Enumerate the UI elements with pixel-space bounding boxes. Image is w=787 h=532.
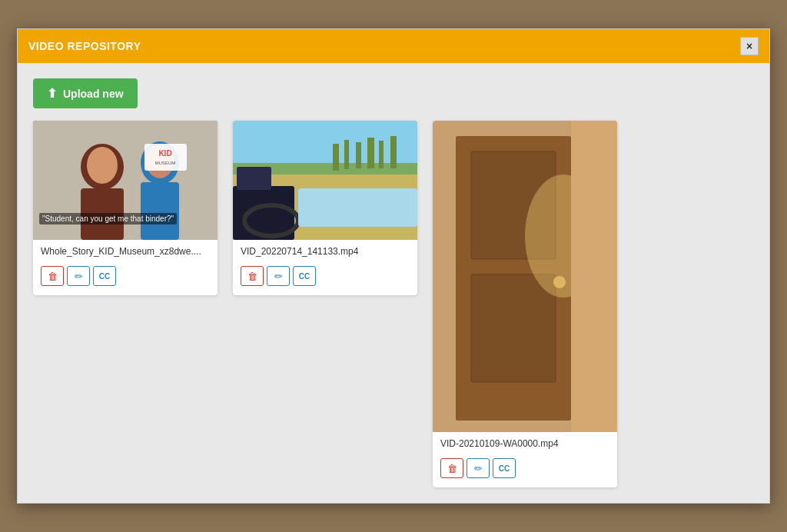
video-repository-modal: VIDEO REPOSITORY × ⬆ Upload new bbox=[17, 28, 770, 504]
cc-button-1[interactable]: CC bbox=[93, 266, 116, 286]
modal-header: VIDEO REPOSITORY × bbox=[18, 29, 769, 63]
video-actions-1: 🗑 ✏ CC bbox=[33, 266, 218, 286]
edit-button-1[interactable]: ✏ bbox=[67, 266, 90, 286]
cc-button-2[interactable]: CC bbox=[293, 266, 316, 286]
svg-rect-17 bbox=[390, 136, 397, 168]
upload-icon: ⬆ bbox=[47, 86, 57, 101]
video-card-1: KID MUSEUM "Student, can you get me that… bbox=[33, 121, 218, 295]
edit-button-2[interactable]: ✏ bbox=[267, 266, 290, 286]
edit-button-3[interactable]: ✏ bbox=[467, 458, 490, 478]
svg-rect-14 bbox=[356, 142, 361, 168]
video-card-2: VID_20220714_141133.mp4 🗑 ✏ CC bbox=[233, 121, 417, 295]
video-filename-3: VID-20210109-WA0000.mp4 bbox=[440, 438, 609, 449]
video-info-3: VID-20210109-WA0000.mp4 bbox=[433, 432, 617, 458]
delete-button-3[interactable]: 🗑 bbox=[440, 458, 463, 478]
video-grid: KID MUSEUM "Student, can you get me that… bbox=[33, 121, 754, 487]
video-thumbnail-2[interactable] bbox=[233, 121, 417, 240]
svg-rect-16 bbox=[379, 141, 384, 168]
toolbar: ⬆ Upload new bbox=[33, 78, 754, 108]
modal-body: ⬆ Upload new bbox=[18, 63, 769, 503]
svg-rect-5 bbox=[141, 182, 179, 240]
video-actions-3: 🗑 ✏ CC bbox=[433, 458, 617, 478]
upload-label: Upload new bbox=[63, 88, 124, 100]
video-info-2: VID_20220714_141133.mp4 bbox=[233, 240, 417, 266]
video-thumbnail-3[interactable] bbox=[433, 121, 617, 432]
svg-rect-26 bbox=[471, 274, 556, 382]
delete-button-2[interactable]: 🗑 bbox=[241, 266, 264, 286]
svg-point-3 bbox=[87, 147, 118, 184]
delete-button-1[interactable]: 🗑 bbox=[41, 266, 64, 286]
video-actions-2: 🗑 ✏ CC bbox=[233, 266, 417, 286]
svg-rect-13 bbox=[344, 140, 349, 169]
svg-text:KID: KID bbox=[158, 149, 171, 158]
svg-rect-12 bbox=[333, 144, 339, 171]
svg-rect-15 bbox=[367, 138, 374, 168]
cc-button-3[interactable]: CC bbox=[493, 458, 516, 478]
modal-title: VIDEO REPOSITORY bbox=[28, 40, 141, 52]
svg-rect-22 bbox=[298, 188, 417, 227]
upload-new-button[interactable]: ⬆ Upload new bbox=[33, 78, 138, 108]
video-thumbnail-1[interactable]: KID MUSEUM "Student, can you get me that… bbox=[33, 121, 218, 240]
video-filename-1: Whole_Story_KID_Museum_xz8dwe.... bbox=[41, 246, 210, 257]
close-button[interactable]: × bbox=[740, 37, 759, 55]
video-card-3: VID-20210109-WA0000.mp4 🗑 ✏ CC bbox=[433, 121, 617, 487]
svg-text:MUSEUM: MUSEUM bbox=[155, 161, 176, 165]
video-info-1: Whole_Story_KID_Museum_xz8dwe.... bbox=[33, 240, 218, 266]
video-thumb-caption-1: "Student, can you get me that binder?" bbox=[39, 213, 177, 224]
svg-rect-20 bbox=[237, 167, 271, 190]
video-filename-2: VID_20220714_141133.mp4 bbox=[241, 246, 410, 257]
svg-rect-29 bbox=[571, 121, 617, 432]
modal-overlay: VIDEO REPOSITORY × ⬆ Upload new bbox=[0, 0, 787, 532]
